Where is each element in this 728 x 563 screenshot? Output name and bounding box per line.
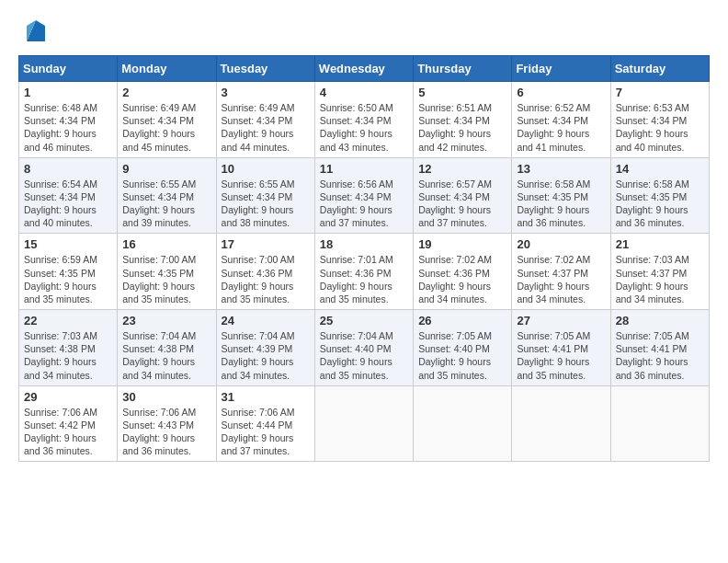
day-cell-7: 7 Sunrise: 6:53 AM Sunset: 4:34 PM Dayli… bbox=[610, 82, 709, 158]
day-details: Sunrise: 7:06 AM Sunset: 4:43 PM Dayligh… bbox=[122, 406, 210, 458]
col-header-saturday: Saturday bbox=[610, 56, 709, 82]
sunset-label: Sunset: 4:38 PM bbox=[122, 343, 194, 354]
day-details: Sunrise: 7:04 AM Sunset: 4:40 PM Dayligh… bbox=[320, 329, 408, 382]
day-number: 23 bbox=[122, 314, 210, 327]
day-cell-21: 21 Sunrise: 7:03 AM Sunset: 4:37 PM Dayl… bbox=[610, 234, 709, 310]
day-number: 12 bbox=[418, 162, 506, 176]
daylight-label: Daylight: 9 hours and 35 minutes. bbox=[122, 281, 195, 304]
sunset-label: Sunset: 4:40 PM bbox=[418, 343, 490, 354]
day-details: Sunrise: 6:59 AM Sunset: 4:35 PM Dayligh… bbox=[24, 253, 112, 305]
day-number: 14 bbox=[616, 162, 704, 176]
sunrise-label: Sunrise: 6:55 AM bbox=[122, 178, 196, 190]
sunrise-label: Sunrise: 7:05 AM bbox=[517, 330, 590, 341]
col-header-wednesday: Wednesday bbox=[314, 56, 413, 82]
day-cell-5: 5 Sunrise: 6:51 AM Sunset: 4:34 PM Dayli… bbox=[414, 82, 512, 158]
day-number: 17 bbox=[222, 237, 310, 251]
day-cell-19: 19 Sunrise: 7:02 AM Sunset: 4:36 PM Dayl… bbox=[414, 234, 512, 310]
day-cell-23: 23 Sunrise: 7:04 AM Sunset: 4:38 PM Dayl… bbox=[118, 310, 216, 386]
calendar-week-4: 22 Sunrise: 7:03 AM Sunset: 4:38 PM Dayl… bbox=[19, 310, 710, 386]
sunset-label: Sunset: 4:34 PM bbox=[320, 115, 392, 126]
col-header-sunday: Sunday bbox=[19, 56, 118, 82]
daylight-label: Daylight: 9 hours and 40 minutes. bbox=[616, 128, 688, 152]
daylight-label: Daylight: 9 hours and 35 minutes. bbox=[418, 356, 491, 380]
day-cell-2: 2 Sunrise: 6:49 AM Sunset: 4:34 PM Dayli… bbox=[118, 82, 216, 158]
day-details: Sunrise: 6:55 AM Sunset: 4:34 PM Dayligh… bbox=[222, 178, 310, 230]
sunset-label: Sunset: 4:34 PM bbox=[122, 115, 194, 126]
sunset-label: Sunset: 4:41 PM bbox=[616, 343, 688, 354]
day-details: Sunrise: 7:01 AM Sunset: 4:36 PM Dayligh… bbox=[320, 253, 408, 305]
sunrise-label: Sunrise: 6:51 AM bbox=[418, 102, 492, 113]
day-details: Sunrise: 6:49 AM Sunset: 4:34 PM Dayligh… bbox=[222, 101, 310, 154]
day-number: 3 bbox=[222, 86, 310, 99]
sunset-label: Sunset: 4:35 PM bbox=[616, 191, 688, 202]
daylight-label: Daylight: 9 hours and 35 minutes. bbox=[320, 356, 392, 380]
daylight-label: Daylight: 9 hours and 46 minutes. bbox=[24, 128, 97, 152]
day-details: Sunrise: 6:55 AM Sunset: 4:34 PM Dayligh… bbox=[122, 178, 210, 230]
calendar-week-5: 29 Sunrise: 7:06 AM Sunset: 4:42 PM Dayl… bbox=[19, 385, 710, 462]
sunrise-label: Sunrise: 7:06 AM bbox=[222, 407, 295, 418]
day-cell-13: 13 Sunrise: 6:58 AM Sunset: 4:35 PM Dayl… bbox=[512, 157, 610, 234]
day-number: 9 bbox=[122, 162, 210, 176]
sunset-label: Sunset: 4:34 PM bbox=[122, 191, 194, 202]
day-number: 1 bbox=[24, 86, 112, 99]
day-cell-8: 8 Sunrise: 6:54 AM Sunset: 4:34 PM Dayli… bbox=[19, 157, 118, 234]
day-number: 24 bbox=[222, 314, 310, 327]
sunset-label: Sunset: 4:34 PM bbox=[418, 191, 490, 202]
daylight-label: Daylight: 9 hours and 39 minutes. bbox=[122, 204, 195, 228]
day-details: Sunrise: 7:04 AM Sunset: 4:39 PM Dayligh… bbox=[222, 329, 310, 382]
daylight-label: Daylight: 9 hours and 42 minutes. bbox=[418, 128, 491, 152]
sunset-label: Sunset: 4:35 PM bbox=[517, 191, 588, 202]
sunrise-label: Sunrise: 7:01 AM bbox=[320, 254, 393, 265]
day-cell-10: 10 Sunrise: 6:55 AM Sunset: 4:34 PM Dayl… bbox=[216, 157, 314, 234]
day-number: 16 bbox=[122, 237, 210, 251]
day-number: 4 bbox=[320, 86, 408, 99]
day-details: Sunrise: 7:06 AM Sunset: 4:44 PM Dayligh… bbox=[222, 406, 310, 458]
day-number: 8 bbox=[24, 162, 112, 176]
col-header-monday: Monday bbox=[118, 56, 216, 82]
day-cell-28: 28 Sunrise: 7:05 AM Sunset: 4:41 PM Dayl… bbox=[610, 310, 709, 386]
sunset-label: Sunset: 4:34 PM bbox=[320, 191, 392, 202]
empty-cell bbox=[414, 385, 512, 462]
calendar-week-3: 15 Sunrise: 6:59 AM Sunset: 4:35 PM Dayl… bbox=[19, 234, 710, 310]
calendar-table: SundayMondayTuesdayWednesdayThursdayFrid… bbox=[18, 55, 710, 462]
day-details: Sunrise: 6:48 AM Sunset: 4:34 PM Dayligh… bbox=[24, 101, 112, 154]
day-number: 5 bbox=[418, 86, 506, 99]
day-number: 19 bbox=[418, 237, 506, 251]
day-number: 18 bbox=[320, 237, 408, 251]
day-details: Sunrise: 7:05 AM Sunset: 4:41 PM Dayligh… bbox=[517, 329, 605, 382]
day-cell-31: 31 Sunrise: 7:06 AM Sunset: 4:44 PM Dayl… bbox=[216, 385, 314, 462]
day-number: 13 bbox=[517, 162, 605, 176]
day-number: 11 bbox=[320, 162, 408, 176]
day-number: 30 bbox=[122, 390, 210, 404]
sunrise-label: Sunrise: 7:04 AM bbox=[222, 330, 295, 341]
sunrise-label: Sunrise: 7:02 AM bbox=[418, 254, 492, 265]
day-cell-14: 14 Sunrise: 6:58 AM Sunset: 4:35 PM Dayl… bbox=[610, 157, 709, 234]
sunrise-label: Sunrise: 7:04 AM bbox=[122, 330, 196, 341]
col-header-tuesday: Tuesday bbox=[216, 56, 314, 82]
sunrise-label: Sunrise: 7:04 AM bbox=[320, 330, 393, 341]
day-details: Sunrise: 7:02 AM Sunset: 4:36 PM Dayligh… bbox=[418, 253, 506, 305]
day-number: 15 bbox=[24, 237, 112, 251]
sunset-label: Sunset: 4:37 PM bbox=[616, 268, 688, 279]
sunrise-label: Sunrise: 6:52 AM bbox=[517, 102, 590, 113]
day-number: 31 bbox=[222, 390, 310, 404]
sunset-label: Sunset: 4:34 PM bbox=[222, 191, 293, 202]
day-details: Sunrise: 7:05 AM Sunset: 4:41 PM Dayligh… bbox=[616, 329, 704, 382]
sunset-label: Sunset: 4:34 PM bbox=[517, 115, 588, 126]
sunrise-label: Sunrise: 6:48 AM bbox=[24, 102, 97, 113]
sunrise-label: Sunrise: 6:59 AM bbox=[24, 254, 97, 265]
daylight-label: Daylight: 9 hours and 36 minutes. bbox=[122, 432, 195, 456]
daylight-label: Daylight: 9 hours and 45 minutes. bbox=[122, 128, 195, 152]
daylight-label: Daylight: 9 hours and 34 minutes. bbox=[24, 356, 97, 380]
daylight-label: Daylight: 9 hours and 38 minutes. bbox=[222, 204, 294, 228]
daylight-label: Daylight: 9 hours and 44 minutes. bbox=[222, 128, 294, 152]
sunrise-label: Sunrise: 7:05 AM bbox=[418, 330, 492, 341]
day-cell-30: 30 Sunrise: 7:06 AM Sunset: 4:43 PM Dayl… bbox=[118, 385, 216, 462]
day-details: Sunrise: 6:53 AM Sunset: 4:34 PM Dayligh… bbox=[616, 101, 704, 154]
day-number: 21 bbox=[616, 237, 704, 251]
day-details: Sunrise: 7:00 AM Sunset: 4:36 PM Dayligh… bbox=[222, 253, 310, 305]
sunset-label: Sunset: 4:42 PM bbox=[24, 419, 96, 431]
sunset-label: Sunset: 4:44 PM bbox=[222, 419, 293, 431]
sunset-label: Sunset: 4:36 PM bbox=[418, 268, 490, 279]
day-details: Sunrise: 7:05 AM Sunset: 4:40 PM Dayligh… bbox=[418, 329, 506, 382]
